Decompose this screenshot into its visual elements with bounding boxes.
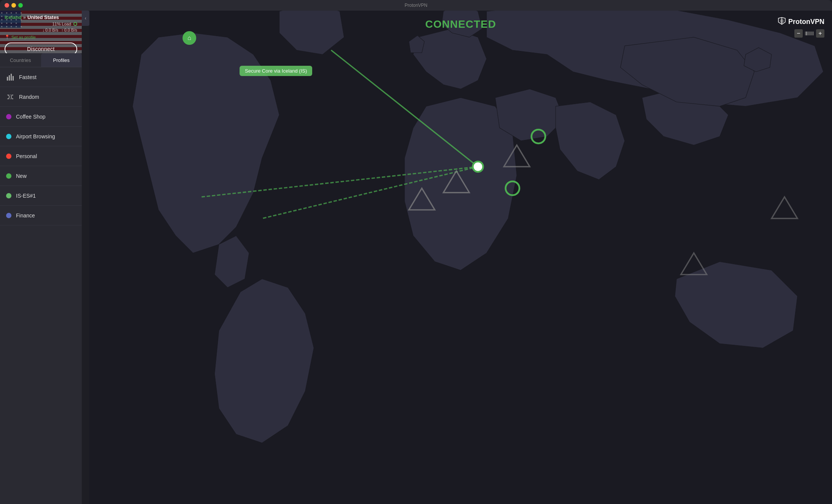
connection-route: Iceland » United States <box>5 14 77 20</box>
fastest-label: Fastest <box>19 74 37 80</box>
sidebar: ★ ★ ★ ★ ★★ ★ ★ ★★ ★ ★ ★ ★★ ★ ★ ★★ ★ ★ ★ … <box>0 11 82 252</box>
connection-speed: ↓ 0.0 B/s ↑ 0.0 B/s <box>5 28 77 32</box>
home-icon: ⌂ <box>187 35 191 41</box>
disconnect-button[interactable]: Disconnect <box>5 43 77 53</box>
list-item-airport-browsing[interactable]: Airport Browsing <box>0 127 82 146</box>
profile-list: Fastest Random Coffee Shop Airport Brows… <box>0 67 82 252</box>
upload-value: 0.0 B/s <box>64 28 77 32</box>
chevron-left-icon: ‹ <box>85 16 86 21</box>
airport-browsing-dot <box>6 134 11 139</box>
list-item-is-es1[interactable]: IS-ES#1 <box>0 186 82 206</box>
shuffle-icon <box>6 94 14 100</box>
connection-load: 11% Load <box>5 22 77 26</box>
svg-rect-0 <box>7 77 8 81</box>
list-item-fastest[interactable]: Fastest <box>0 67 82 87</box>
window-controls <box>5 3 23 8</box>
finance-label: Finance <box>16 212 35 219</box>
down-arrow-icon: ↓ <box>43 28 45 32</box>
destination-country: United States <box>27 14 59 20</box>
list-item-coffee-shop[interactable]: Coffee Shop <box>0 107 82 127</box>
up-arrow-icon: ↑ <box>61 28 64 32</box>
bars-icon <box>6 74 14 81</box>
maximize-button[interactable] <box>18 3 23 8</box>
route-arrow: » <box>23 14 26 20</box>
close-button[interactable] <box>5 3 9 8</box>
world-map <box>89 11 416 252</box>
finance-dot <box>6 213 11 218</box>
origin-country: Iceland <box>5 14 22 20</box>
titlebar: ProtonVPN <box>0 0 416 11</box>
set-profile-label: Set as profile <box>11 35 36 40</box>
app-title: ProtonVPN <box>405 3 416 8</box>
download-value: 0.0 B/s <box>45 28 58 32</box>
list-item-personal[interactable]: Personal <box>0 146 82 166</box>
countries-tab-label: Countries <box>10 57 31 63</box>
load-text: 11% Load <box>52 22 71 26</box>
tabs-bar: Countries Profiles <box>0 53 82 67</box>
profiles-tab-label: Profiles <box>53 57 70 63</box>
svg-rect-2 <box>11 74 12 81</box>
is-es1-dot <box>6 193 11 198</box>
download-speed: ↓ 0.0 B/s <box>43 28 59 32</box>
is-es1-label: IS-ES#1 <box>16 193 36 199</box>
connection-info: Iceland » United States 11% Load ↓ 0.0 B… <box>0 11 82 53</box>
set-profile-link[interactable]: 📍 Set as profile <box>5 35 77 40</box>
map-area: ⌂ CONNECTED Secure Core via Iceland (IS)… <box>89 11 416 252</box>
sidebar-collapse-button[interactable]: ‹ <box>82 11 89 26</box>
new-dot <box>6 173 11 179</box>
list-item-new[interactable]: New <box>0 166 82 186</box>
personal-label: Personal <box>16 153 37 159</box>
tab-profiles[interactable]: Profiles <box>41 53 82 67</box>
new-label: New <box>16 173 27 179</box>
home-node: ⌂ <box>183 31 196 45</box>
svg-rect-1 <box>9 75 10 81</box>
server-tooltip: Secure Core via Iceland (IS) <box>240 66 312 76</box>
airport-browsing-label: Airport Browsing <box>16 133 55 139</box>
upload-speed: ↑ 0.0 B/s <box>61 28 77 32</box>
personal-dot <box>6 154 11 159</box>
pin-icon: 📍 <box>5 35 10 40</box>
list-item-random[interactable]: Random <box>0 87 82 107</box>
connection-header: ★ ★ ★ ★ ★★ ★ ★ ★★ ★ ★ ★ ★★ ★ ★ ★★ ★ ★ ★ … <box>0 11 82 53</box>
list-item-finance[interactable]: Finance <box>0 206 82 225</box>
load-indicator <box>73 22 77 26</box>
svg-rect-3 <box>13 76 14 81</box>
minimize-button[interactable] <box>11 3 16 8</box>
tab-countries[interactable]: Countries <box>0 53 41 67</box>
coffee-shop-label: Coffee Shop <box>16 114 46 120</box>
random-label: Random <box>19 94 39 100</box>
coffee-shop-dot <box>6 114 11 119</box>
